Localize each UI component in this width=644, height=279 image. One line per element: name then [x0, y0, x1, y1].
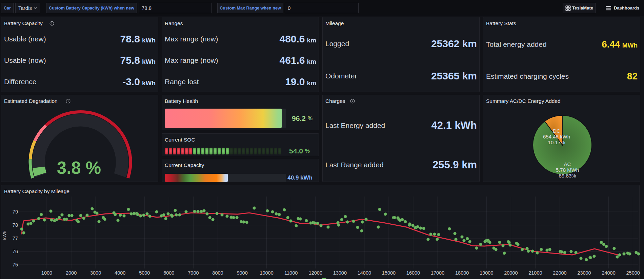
svg-text:9000: 9000 — [237, 270, 247, 276]
svg-text:18000: 18000 — [455, 270, 469, 276]
svg-text:76: 76 — [13, 249, 18, 254]
svg-text:12000: 12000 — [309, 270, 322, 276]
svg-text:77: 77 — [13, 236, 18, 241]
svg-text:15000: 15000 — [382, 270, 396, 276]
svg-text:4000: 4000 — [115, 270, 125, 276]
svg-text:5000: 5000 — [139, 270, 150, 276]
svg-text:78: 78 — [13, 222, 18, 228]
svg-text:7000: 7000 — [188, 270, 199, 276]
svg-text:22000: 22000 — [553, 270, 566, 276]
svg-text:23000: 23000 — [577, 270, 591, 276]
svg-text:14000: 14000 — [358, 270, 371, 276]
svg-text:79: 79 — [13, 209, 18, 215]
svg-text:25000: 25000 — [626, 270, 640, 276]
svg-text:11000: 11000 — [284, 270, 298, 276]
svg-text:6000: 6000 — [163, 270, 174, 276]
svg-text:13000: 13000 — [333, 270, 347, 276]
svg-text:3000: 3000 — [90, 270, 101, 276]
svg-text:19000: 19000 — [480, 270, 493, 276]
svg-text:16000: 16000 — [406, 270, 420, 276]
svg-text:17000: 17000 — [431, 270, 444, 276]
svg-text:10000: 10000 — [260, 270, 273, 276]
svg-text:2000: 2000 — [66, 270, 77, 276]
svg-text:24000: 24000 — [602, 270, 615, 276]
svg-text:8000: 8000 — [212, 270, 223, 276]
svg-text:1000: 1000 — [41, 270, 52, 276]
svg-text:75: 75 — [13, 262, 18, 267]
svg-text:21000: 21000 — [528, 270, 542, 276]
svg-text:20000: 20000 — [504, 270, 518, 276]
svg-text:kWh: kWh — [2, 231, 7, 240]
